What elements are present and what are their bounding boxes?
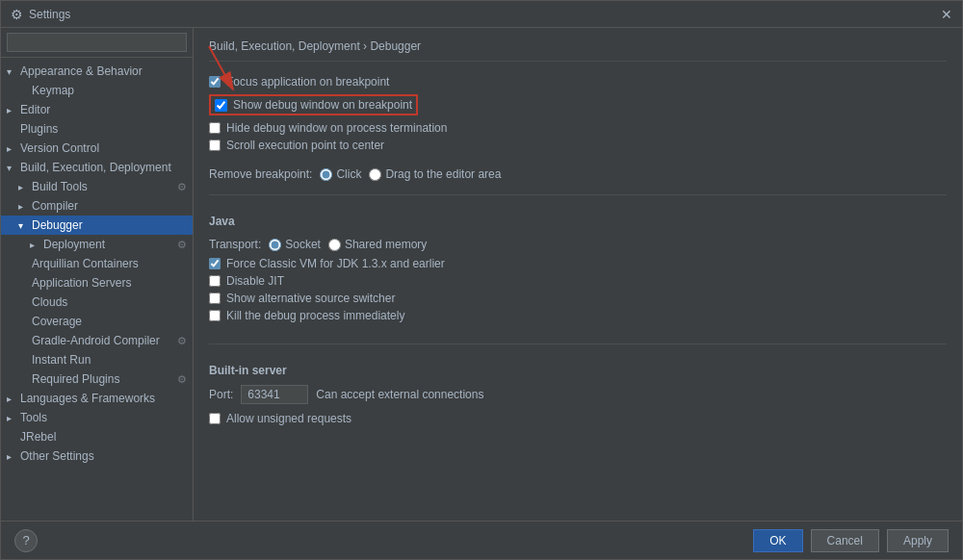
- sidebar-item-label-plugins: Plugins: [20, 122, 58, 136]
- help-button[interactable]: ?: [14, 529, 38, 552]
- sidebar-item-label-gradle-android-compiler: Gradle-Android Compiler: [32, 334, 160, 347]
- show-debug-checkbox[interactable]: [215, 99, 227, 112]
- sidebar-item-application-servers[interactable]: Application Servers: [1, 273, 193, 293]
- build-tools-arrow-icon: [18, 182, 28, 192]
- port-label: Port:: [209, 388, 233, 401]
- main-content: Appearance & BehaviorKeymapEditorPlugins…: [1, 28, 962, 521]
- transport-socket-radio[interactable]: [269, 239, 281, 251]
- remove-breakpoint-drag-radio[interactable]: [369, 168, 381, 181]
- sidebar-item-keymap[interactable]: Keymap: [1, 81, 193, 100]
- build-execution-deployment-arrow-icon: [7, 163, 16, 173]
- bottom-bar: ? OK Cancel Apply: [1, 521, 962, 559]
- sidebar-item-label-required-plugins: Required Plugins: [32, 372, 119, 386]
- port-row: Port: Can accept external connections: [209, 383, 947, 406]
- hide-debug-checkbox[interactable]: [209, 122, 221, 134]
- sidebar-item-editor[interactable]: Editor: [1, 100, 193, 119]
- compiler-arrow-icon: [18, 201, 28, 212]
- show-debug-window-row: Show debug window on breakpoint: [209, 94, 418, 115]
- transport-shared-memory-radio[interactable]: [328, 239, 341, 251]
- sidebar-item-appearance-behavior[interactable]: Appearance & Behavior: [1, 62, 193, 81]
- sidebar-item-tools[interactable]: Tools: [1, 408, 193, 427]
- sidebar-item-gradle-android-compiler[interactable]: Gradle-Android Compiler⚙: [1, 331, 193, 350]
- transport-shared-memory-label: Shared memory: [328, 238, 427, 251]
- sidebar-item-compiler[interactable]: Compiler: [1, 196, 193, 216]
- sidebar-item-clouds[interactable]: Clouds: [1, 293, 193, 312]
- sidebar-item-label-keymap: Keymap: [32, 84, 74, 97]
- ok-button[interactable]: OK: [753, 529, 802, 552]
- window-title: Settings: [29, 8, 70, 21]
- scroll-exec-label: Scroll execution point to center: [226, 139, 384, 152]
- java-section-label: Java: [209, 215, 947, 228]
- sidebar-item-build-tools[interactable]: Build Tools⚙: [1, 177, 193, 196]
- close-button[interactable]: ✕: [941, 7, 952, 22]
- sidebar-item-other-settings[interactable]: Other Settings: [1, 446, 193, 466]
- kill-debug-checkbox[interactable]: [209, 310, 221, 321]
- can-accept-label: Can accept external connections: [316, 388, 483, 401]
- sidebar-item-label-clouds: Clouds: [32, 295, 67, 309]
- deployment-gear-icon: ⚙: [177, 239, 187, 251]
- sidebar-item-label-languages-frameworks: Languages & Frameworks: [20, 392, 155, 405]
- builtin-server-label: Built-in server: [209, 364, 947, 377]
- sidebar-item-label-build-execution-deployment: Build, Execution, Deployment: [20, 161, 171, 174]
- show-alt-source-checkbox[interactable]: [209, 293, 221, 304]
- kill-debug-label: Kill the debug process immediately: [226, 309, 404, 322]
- transport-socket-label: Socket: [269, 238, 321, 251]
- allow-unsigned-checkbox[interactable]: [209, 413, 221, 424]
- sidebar: Appearance & BehaviorKeymapEditorPlugins…: [1, 28, 194, 521]
- divider-1: [209, 194, 947, 195]
- sidebar-item-label-appearance-behavior: Appearance & Behavior: [20, 64, 143, 78]
- cancel-button[interactable]: Cancel: [811, 529, 879, 552]
- sidebar-item-instant-run[interactable]: Instant Run: [1, 350, 193, 369]
- scroll-execution-point-row: Scroll execution point to center: [209, 137, 947, 154]
- settings-window: ⚙ Settings ✕ Appearance & BehaviorKeymap…: [0, 0, 963, 560]
- sidebar-item-debugger[interactable]: Debugger: [1, 216, 193, 235]
- force-classic-label: Force Classic VM for JDK 1.3.x and earli…: [226, 257, 445, 270]
- sidebar-item-plugins[interactable]: Plugins: [1, 119, 193, 139]
- remove-breakpoint-drag-label: Drag to the editor area: [369, 167, 501, 181]
- sidebar-item-deployment[interactable]: Deployment⚙: [1, 235, 193, 254]
- sidebar-item-label-coverage: Coverage: [32, 315, 82, 328]
- show-alt-source-row: Show alternative source switcher: [209, 290, 947, 307]
- sidebar-item-label-debugger: Debugger: [32, 218, 83, 232]
- scroll-exec-checkbox[interactable]: [209, 140, 221, 151]
- force-classic-checkbox[interactable]: [209, 258, 221, 269]
- sidebar-item-languages-frameworks[interactable]: Languages & Frameworks: [1, 389, 193, 408]
- sidebar-item-label-compiler: Compiler: [32, 199, 78, 213]
- focus-app-label: Focus application on breakpoint: [226, 75, 389, 89]
- focus-app-checkbox[interactable]: [209, 76, 221, 88]
- sidebar-item-label-application-servers: Application Servers: [32, 276, 131, 290]
- sidebar-item-label-other-settings: Other Settings: [20, 449, 94, 463]
- sidebar-item-coverage[interactable]: Coverage: [1, 312, 193, 331]
- disable-jit-checkbox[interactable]: [209, 275, 221, 287]
- sidebar-item-label-editor: Editor: [20, 103, 50, 116]
- sidebar-item-label-arquillian-containers: Arquillian Containers: [32, 257, 139, 270]
- divider-2: [209, 344, 947, 344]
- force-classic-vm-row: Force Classic VM for JDK 1.3.x and earli…: [209, 255, 947, 272]
- remove-breakpoint-click-radio[interactable]: [320, 168, 332, 181]
- transport-row: Transport: Socket Shared memory: [209, 234, 947, 255]
- sidebar-item-required-plugins[interactable]: Required Plugins⚙: [1, 369, 193, 389]
- sidebar-item-arquillian-containers[interactable]: Arquillian Containers: [1, 254, 193, 273]
- settings-icon: ⚙: [11, 7, 23, 22]
- transport-label: Transport:: [209, 238, 261, 251]
- port-input[interactable]: [241, 385, 308, 404]
- required-plugins-gear-icon: ⚙: [177, 373, 187, 386]
- bottom-right: OK Cancel Apply: [753, 529, 949, 552]
- debugger-arrow-icon: [18, 220, 28, 231]
- deployment-arrow-icon: [30, 240, 39, 250]
- hide-debug-window-row: Hide debug window on process termination: [209, 119, 947, 137]
- sidebar-item-build-execution-deployment[interactable]: Build, Execution, Deployment: [1, 158, 193, 177]
- sidebar-item-jrebel[interactable]: JRebel: [1, 427, 193, 446]
- disable-jit-label: Disable JIT: [226, 274, 284, 288]
- show-alt-source-label: Show alternative source switcher: [226, 292, 395, 305]
- general-settings-section: Focus application on breakpoint Show deb…: [209, 73, 947, 154]
- sidebar-item-label-jrebel: JRebel: [20, 430, 56, 444]
- allow-unsigned-label: Allow unsigned requests: [226, 412, 351, 425]
- build-tools-gear-icon: ⚙: [177, 181, 187, 193]
- editor-arrow-icon: [7, 105, 16, 115]
- sidebar-item-label-tools: Tools: [20, 411, 47, 424]
- apply-button[interactable]: Apply: [887, 529, 949, 552]
- java-settings-section: Force Classic VM for JDK 1.3.x and earli…: [209, 255, 947, 324]
- sidebar-item-version-control[interactable]: Version Control: [1, 139, 193, 158]
- search-input[interactable]: [7, 33, 187, 52]
